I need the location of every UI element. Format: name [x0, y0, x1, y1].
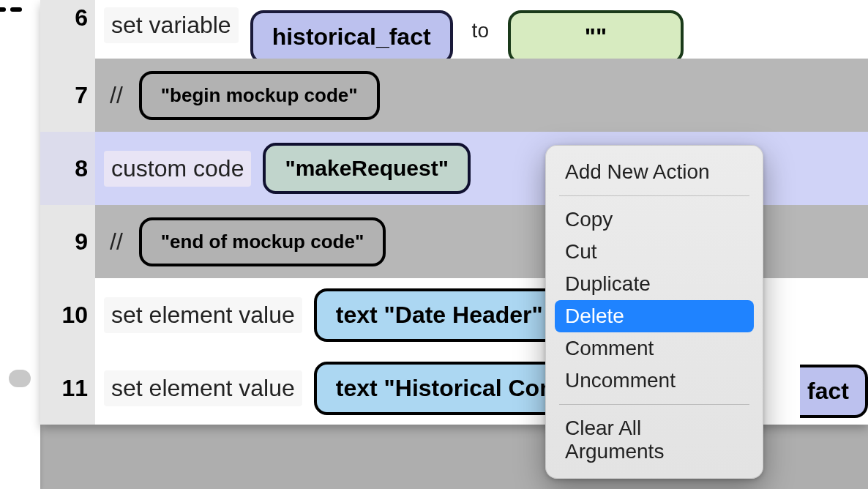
menu-uncomment[interactable]: Uncomment	[555, 365, 754, 397]
action-name: set element value	[104, 370, 302, 406]
menu-clear-arguments[interactable]: Clear All Arguments	[555, 412, 754, 468]
element-chip[interactable]: text "Historical Con	[314, 362, 576, 415]
action-name: set element value	[104, 297, 302, 333]
menu-duplicate[interactable]: Duplicate	[555, 268, 754, 300]
line-number: 6	[40, 0, 95, 59]
comment-chip[interactable]: "begin mockup code"	[139, 71, 380, 120]
menu-copy[interactable]: Copy	[555, 204, 754, 236]
sidebar	[0, 0, 40, 489]
element-chip[interactable]: text "Date Header"	[314, 288, 565, 342]
variable-chip[interactable]: historical_fact	[250, 10, 453, 64]
action-row[interactable]: 7 // "begin mockup code"	[40, 59, 868, 132]
comment-slash: //	[110, 228, 123, 255]
to-label: to	[465, 15, 496, 47]
value-chip[interactable]: ""	[508, 10, 684, 64]
value-chip[interactable]: "makeRequest"	[263, 143, 471, 194]
variable-chip-partial[interactable]: fact	[800, 365, 868, 418]
line-number: 7	[40, 59, 95, 132]
menu-delete[interactable]: Delete	[555, 300, 754, 332]
menu-cut[interactable]: Cut	[555, 236, 754, 268]
action-name: custom code	[104, 151, 251, 187]
menu-comment[interactable]: Comment	[555, 332, 754, 365]
action-name: set variable	[104, 7, 239, 43]
sidebar-handle[interactable]	[9, 370, 31, 387]
context-menu: Add New Action Copy Cut Duplicate Delete…	[545, 145, 763, 479]
menu-separator	[559, 195, 749, 196]
line-number: 11	[40, 351, 95, 425]
action-row[interactable]: 6 set variable historical_fact to ""	[40, 0, 868, 59]
line-number: 9	[40, 205, 95, 278]
sidebar-dashes-icon	[0, 7, 22, 12]
line-number: 8	[40, 132, 95, 205]
comment-slash: //	[110, 82, 123, 109]
menu-separator	[559, 404, 749, 405]
line-number: 10	[40, 278, 95, 351]
menu-add-new-action[interactable]: Add New Action	[555, 156, 754, 188]
comment-chip[interactable]: "end of mockup code"	[139, 217, 386, 266]
